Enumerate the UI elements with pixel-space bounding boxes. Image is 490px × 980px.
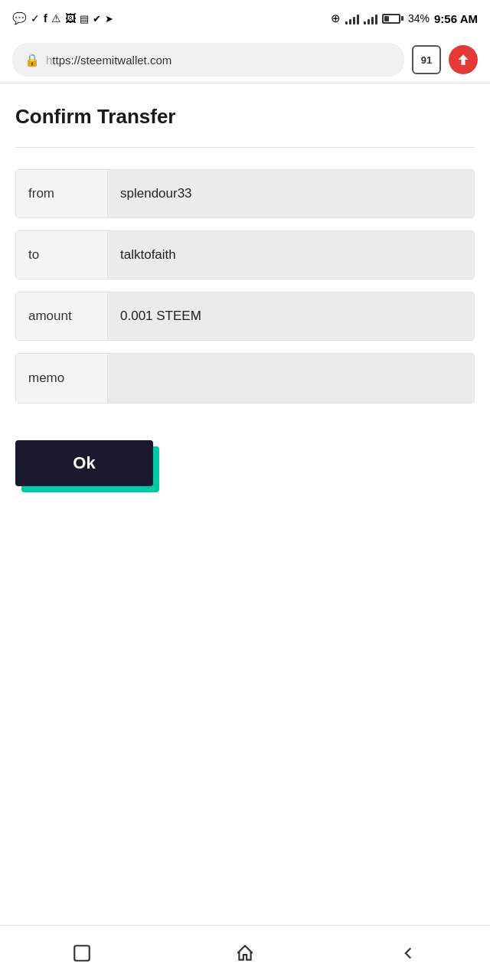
from-label: from [16, 170, 108, 217]
battery-icon [382, 14, 403, 24]
refresh-button[interactable] [449, 45, 478, 74]
add-circle-icon: ⊕ [331, 11, 341, 25]
url-text: https://steemitwallet.com [46, 54, 172, 67]
vpn-icon: ✓ [31, 12, 40, 24]
amount-field-row: amount 0.001 STEEM [15, 292, 475, 341]
amount-label: amount [16, 292, 108, 340]
status-icons-left: 💬 ✓ f ⚠ 🖼 ▤ ✔ ➤ [12, 11, 113, 25]
battery-percentage: 34% [408, 12, 430, 24]
from-field-row: from splendour33 [15, 169, 475, 218]
alert-icon: ⚠ [51, 12, 61, 24]
memo-value [108, 354, 474, 403]
page-content: Confirm Transfer from splendour33 to tal… [0, 83, 490, 925]
confirm-section: Confirm Transfer from splendour33 to tal… [0, 83, 490, 403]
send-icon: ➤ [105, 13, 113, 24]
divider [15, 147, 475, 148]
from-value: splendour33 [108, 170, 474, 217]
sim-icon: ▤ [80, 13, 89, 24]
to-value: talktofaith [108, 231, 474, 279]
signal-bars-1 [345, 12, 359, 24]
whatsapp-icon: 💬 [12, 11, 27, 25]
browser-bar: 🔒 https://steemitwallet.com 91 [0, 37, 490, 83]
nav-home-button[interactable] [228, 936, 262, 970]
lock-icon: 🔒 [24, 53, 40, 67]
status-icons-right: ⊕ 34% 9:56 AM [331, 11, 478, 25]
ok-button-wrapper: Ok [15, 440, 153, 486]
check-icon: ✔ [93, 13, 101, 24]
amount-value: 0.001 STEEM [108, 292, 474, 340]
nav-recents-button[interactable] [65, 936, 99, 970]
ok-button[interactable]: Ok [15, 440, 153, 486]
to-label: to [16, 231, 108, 279]
button-section: Ok [0, 416, 490, 501]
memo-field-row: memo [15, 353, 475, 403]
signal-bars-2 [364, 12, 377, 24]
clock: 9:56 AM [434, 12, 478, 25]
to-field-row: to talktofaith [15, 230, 475, 279]
page-title: Confirm Transfer [15, 105, 475, 129]
tab-count-button[interactable]: 91 [412, 45, 441, 74]
status-bar: 💬 ✓ f ⚠ 🖼 ▤ ✔ ➤ ⊕ 34% [0, 0, 490, 37]
bottom-nav [0, 925, 490, 980]
nav-back-button[interactable] [391, 936, 425, 970]
image-icon: 🖼 [65, 12, 76, 24]
svg-rect-0 [74, 946, 90, 961]
url-bar[interactable]: 🔒 https://steemitwallet.com [12, 43, 404, 77]
facebook-icon: f [44, 12, 47, 24]
memo-label: memo [16, 354, 108, 403]
